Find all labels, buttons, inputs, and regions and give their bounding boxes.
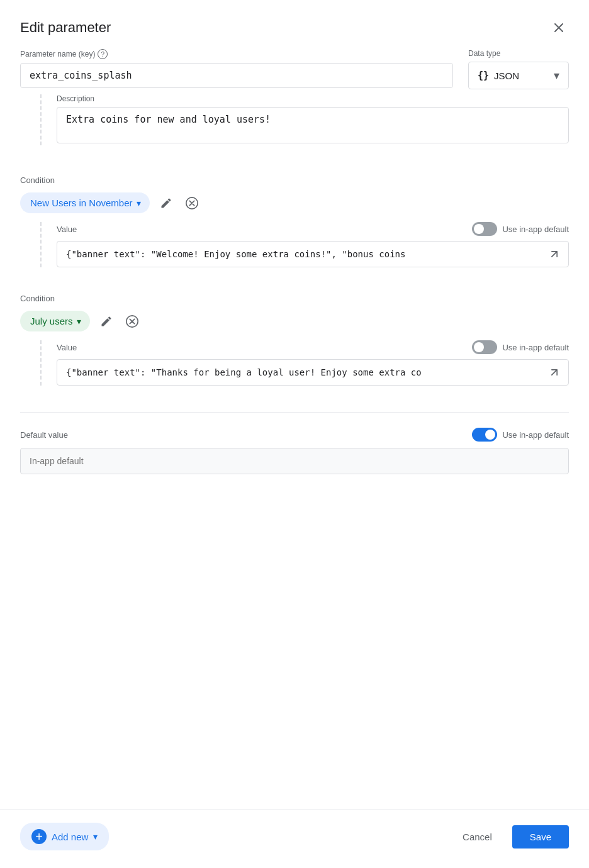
pencil-icon xyxy=(160,197,172,209)
condition-1-edit-button[interactable] xyxy=(157,194,175,212)
condition-1-expand-button[interactable] xyxy=(541,242,568,267)
condition-2-badge[interactable]: July users ▾ xyxy=(20,311,90,331)
description-input[interactable]: Extra coins for new and loyal users! xyxy=(57,107,569,143)
cancel-button[interactable]: Cancel xyxy=(452,825,502,849)
plus-icon: + xyxy=(31,829,47,844)
dialog-title: Edit parameter xyxy=(20,19,111,36)
condition-2-value-header: Value Use in-app default xyxy=(57,340,569,354)
condition-1-row: New Users in November ▾ xyxy=(20,192,569,213)
close-icon xyxy=(551,20,566,35)
save-button[interactable]: Save xyxy=(512,825,569,849)
condition-2-badge-label: July users xyxy=(30,316,73,326)
condition-1-badge[interactable]: New Users in November ▾ xyxy=(20,192,150,213)
dialog-footer: + Add new ▾ Cancel Save xyxy=(0,810,589,868)
chevron-down-icon: ▾ xyxy=(554,69,559,82)
close-button[interactable] xyxy=(549,18,569,38)
default-value-toggle-slider xyxy=(472,428,497,442)
param-name-label: Parameter name (key) ? xyxy=(20,49,453,59)
param-name-datatype-row: Parameter name (key) ? Data type {} JSON… xyxy=(20,49,569,89)
dialog-header: Edit parameter xyxy=(0,0,589,49)
add-new-button[interactable]: + Add new ▾ xyxy=(20,823,109,850)
condition-1-toggle-row: Use in-app default xyxy=(472,222,569,236)
condition-1-dropdown-icon: ▾ xyxy=(137,198,141,208)
condition-1-toggle-slider xyxy=(472,222,497,236)
condition-2-dropdown-icon: ▾ xyxy=(77,316,81,326)
condition-2-value-input-row xyxy=(57,359,569,386)
condition-1-badge-label: New Users in November xyxy=(30,198,133,208)
condition-2-value-input[interactable] xyxy=(57,360,541,385)
condition-2-value-label: Value xyxy=(57,343,77,352)
condition-2-section-label: Condition xyxy=(20,294,569,303)
condition-2-toggle-slider xyxy=(472,340,497,354)
data-type-select[interactable]: {} JSON ▾ xyxy=(468,62,569,89)
condition-2-toggle-label: Use in-app default xyxy=(502,343,569,352)
condition-1-inner: Value Use in-app default xyxy=(40,222,569,267)
expand-icon xyxy=(548,366,561,379)
description-section: Description Extra coins for new and loya… xyxy=(40,94,569,145)
json-icon: {} xyxy=(478,70,489,81)
divider xyxy=(20,412,569,413)
footer-right: Cancel Save xyxy=(452,825,569,849)
condition-1-value-label: Value xyxy=(57,225,77,234)
condition-2-remove-button[interactable] xyxy=(123,312,142,331)
pencil-icon xyxy=(100,315,113,328)
circle-x-icon xyxy=(125,314,139,328)
dialog-body: Parameter name (key) ? Data type {} JSON… xyxy=(0,49,589,810)
condition-2-block: Condition July users ▾ xyxy=(20,294,569,386)
condition-2-inner: Value Use in-app default xyxy=(40,340,569,386)
default-value-header: Default value Use in-app default xyxy=(20,428,569,442)
default-value-input[interactable] xyxy=(20,448,569,474)
condition-2-row: July users ▾ xyxy=(20,311,569,331)
condition-1-remove-button[interactable] xyxy=(182,194,201,213)
default-value-toggle[interactable] xyxy=(472,428,497,442)
default-value-toggle-label: Use in-app default xyxy=(502,430,569,440)
data-type-group: Data type {} JSON ▾ xyxy=(468,49,569,89)
data-type-value: JSON xyxy=(494,70,519,81)
condition-2-toggle[interactable] xyxy=(472,340,497,354)
condition-1-section-label: Condition xyxy=(20,175,569,185)
condition-2-expand-button[interactable] xyxy=(541,360,568,385)
param-name-group: Parameter name (key) ? xyxy=(20,49,453,88)
condition-2-edit-button[interactable] xyxy=(98,313,115,330)
condition-1-toggle-label: Use in-app default xyxy=(502,225,569,234)
condition-1-value-input-row xyxy=(57,241,569,267)
edit-parameter-dialog: Edit parameter Parameter name (key) ? Da… xyxy=(0,0,589,868)
default-value-toggle-row: Use in-app default xyxy=(472,428,569,442)
condition-1-value-input[interactable] xyxy=(57,242,541,267)
description-label: Description xyxy=(57,94,569,103)
data-type-label: Data type xyxy=(468,49,569,58)
condition-2-toggle-row: Use in-app default xyxy=(472,340,569,354)
default-value-section: Default value Use in-app default xyxy=(20,428,569,474)
param-name-input[interactable] xyxy=(20,63,453,88)
add-new-dropdown-icon: ▾ xyxy=(93,832,98,842)
default-value-label: Default value xyxy=(20,430,68,440)
condition-1-value-header: Value Use in-app default xyxy=(57,222,569,236)
expand-icon xyxy=(548,248,561,260)
add-new-label: Add new xyxy=(52,832,88,842)
circle-x-icon xyxy=(185,196,199,210)
condition-1-toggle[interactable] xyxy=(472,222,497,236)
help-icon[interactable]: ? xyxy=(98,49,108,59)
condition-1-block: Condition New Users in November ▾ xyxy=(20,175,569,267)
